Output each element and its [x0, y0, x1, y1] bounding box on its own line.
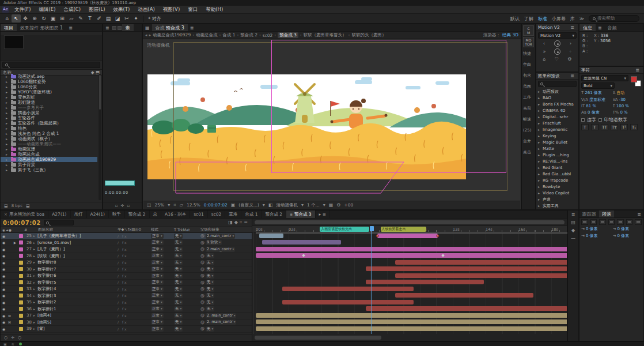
panel-menu-icon[interactable]: ≣: [635, 210, 643, 217]
font-family-select[interactable]: 思源黑体 CN▾: [581, 75, 628, 81]
layer-duration-bar[interactable]: [395, 260, 567, 265]
layer-duration-bar[interactable]: [256, 247, 567, 251]
parent-select[interactable]: 2. main_contr▾: [206, 313, 236, 318]
layer-row[interactable]: ◉35▸数字摆针2∕ fx正常▾无▾@无▾: [1, 299, 252, 306]
pen-tool[interactable]: ✎: [76, 14, 85, 22]
type-style-button[interactable]: T¹: [620, 124, 628, 130]
layer-name[interactable]: 数字摆针6: [37, 273, 118, 279]
layer-row[interactable]: ◉30▸数字摆针7∕ fx正常▾无▾@无▾: [1, 266, 252, 273]
field-value[interactable]: 0 像素: [617, 226, 629, 232]
effects-group[interactable]: ▸Red Gia...ubbl: [536, 171, 578, 177]
channel-icon[interactable]: ◧: [268, 202, 273, 208]
breadcrumb-item[interactable]: 预合成 2: [240, 32, 257, 38]
lock-icon[interactable]: ⊠: [7, 320, 12, 324]
comp-marker[interactable]: 入画应该是软软先出: [320, 227, 369, 232]
effects-group[interactable]: ▸BAO: [536, 95, 578, 101]
layer-duration-bar[interactable]: [282, 300, 414, 304]
twisty-icon[interactable]: ▸: [538, 159, 541, 163]
timeline-navigator[interactable]: [252, 219, 567, 226]
home-tool[interactable]: ⌂: [2, 14, 12, 22]
twisty-icon[interactable]: ▸: [6, 121, 9, 125]
mask-visibility-icon[interactable]: ▱: [180, 202, 183, 208]
twisty-icon[interactable]: ▸: [33, 261, 37, 264]
pickwhip-icon[interactable]: @: [200, 280, 204, 285]
twisty-icon[interactable]: ▸: [538, 140, 541, 144]
layer-row[interactable]: ◉34▸数字摆针3∕ fx正常▾无▾@无▾: [1, 293, 252, 300]
footer-icon[interactable]: ✛: [121, 204, 124, 208]
twisty-icon[interactable]: ▸: [538, 121, 541, 125]
workspace-overflow-button[interactable]: ≫: [579, 16, 584, 21]
comp-tab[interactable]: 吊灯: [71, 210, 87, 218]
pickwhip-icon[interactable]: @: [200, 254, 204, 258]
layer-duration-bar[interactable]: [377, 234, 438, 238]
preview-option-label[interactable]: 快捷: [522, 48, 535, 59]
flowchart-icon[interactable]: ⬓: [26, 204, 30, 208]
effects-group[interactable]: ▸Frischluft: [536, 120, 578, 126]
mode-select[interactable]: 正常▾: [151, 306, 164, 311]
label-color[interactable]: [18, 274, 24, 278]
eye-icon[interactable]: ◉: [1, 234, 7, 238]
type-style-button[interactable]: TT: [601, 124, 608, 130]
preview-option-label[interactable]: 工作: [522, 92, 535, 103]
mode-select[interactable]: 正常▾: [151, 266, 164, 272]
character-field[interactable]: A自动: [613, 90, 642, 96]
paragraph-field[interactable]: ⇥0 像素: [613, 233, 642, 239]
snapshot-icon[interactable]: ▣: [231, 202, 236, 208]
align-button[interactable]: [599, 219, 606, 225]
twisty-icon[interactable]: ▸: [6, 168, 9, 172]
pan-behind-tool[interactable]: ⊞: [58, 14, 67, 22]
lock-icon[interactable]: ⊠: [7, 314, 12, 318]
project-item[interactable]: ▸动画总合成190929: [1, 157, 97, 162]
comp-tab[interactable]: A24(1): [87, 210, 109, 218]
layer-duration-bar[interactable]: [282, 287, 414, 291]
strip-icon[interactable]: ◆: [568, 227, 578, 235]
effects-group[interactable]: ▸Boris FX Mocha: [536, 101, 578, 107]
workspace-默认[interactable]: 默认: [510, 16, 520, 22]
eye-icon[interactable]: ◉: [1, 314, 7, 318]
layer-name[interactable]: 数字摆针8: [37, 260, 118, 265]
type-tool[interactable]: T: [85, 14, 94, 22]
tab-项目[interactable]: 项目: [1, 24, 17, 31]
project-item[interactable]: ▸动画测试（棋子）: [1, 136, 97, 141]
trkmat-select[interactable]: 无▾: [174, 260, 183, 265]
layer-switches[interactable]: ∕ fx: [118, 267, 151, 271]
timeline-search-input[interactable]: [44, 220, 74, 225]
field-value[interactable]: 0 像素: [617, 233, 629, 239]
comp-tab[interactable]: ▪预合成 3: [286, 210, 315, 218]
parent-select[interactable]: 无▾: [206, 253, 214, 258]
parent-select[interactable]: 无▾: [206, 306, 214, 311]
parent-select[interactable]: 2. main_contr▾: [206, 319, 236, 325]
pixel-aspect-icon[interactable]: ▦: [329, 202, 334, 208]
status-icon[interactable]: ▣: [3, 342, 7, 346]
twisty-icon[interactable]: ▸: [538, 204, 541, 208]
layer-name-header[interactable]: 图层名称: [33, 227, 118, 232]
pickwhip-icon[interactable]: @: [200, 240, 204, 245]
mode-select[interactable]: 正常▾: [151, 240, 164, 245]
paragraph-field[interactable]: ⇥0 像素: [581, 226, 611, 232]
twisty-icon[interactable]: ▸: [538, 197, 541, 201]
track-area[interactable]: [252, 232, 567, 334]
parent-select[interactable]: 2.main_contr▾: [206, 234, 235, 239]
menu-item[interactable]: 视图(V): [159, 6, 184, 13]
twisty-icon[interactable]: ▸: [538, 178, 541, 182]
checkbox[interactable]: [598, 118, 602, 122]
expand-icon[interactable]: ⬡: [4, 336, 7, 340]
effects-group[interactable]: ▸Matte: [536, 145, 578, 152]
layer-switches[interactable]: ∕ fx: [118, 247, 151, 251]
label-color[interactable]: [18, 307, 24, 311]
twisty-icon[interactable]: ▸: [538, 115, 541, 119]
twisty-icon[interactable]: ▸: [6, 74, 9, 78]
effects-group[interactable]: ▸实用工具: [536, 202, 578, 209]
twisty-icon[interactable]: ▸: [6, 157, 9, 161]
field-value[interactable]: 度量标准: [589, 97, 605, 103]
menu-item[interactable]: 效果(T): [109, 6, 134, 13]
snap-toggle[interactable]: ⌖对齐: [148, 16, 161, 22]
color-depth-icon[interactable]: ⬓: [4, 204, 8, 208]
font-style-select[interactable]: Bold▾: [581, 82, 615, 89]
layer-row[interactable]: ◉▶26▸[smoke_01.mov]∕ fx正常▾无▾@9.软软▾: [1, 240, 252, 247]
twisty-icon[interactable]: ▸: [6, 131, 9, 136]
pickwhip-icon[interactable]: @: [200, 307, 204, 311]
project-item[interactable]: ▸车轮器件: [1, 115, 97, 121]
menu-item[interactable]: 图层(L): [85, 6, 109, 13]
roto-brush-tool[interactable]: ✂: [122, 14, 131, 22]
